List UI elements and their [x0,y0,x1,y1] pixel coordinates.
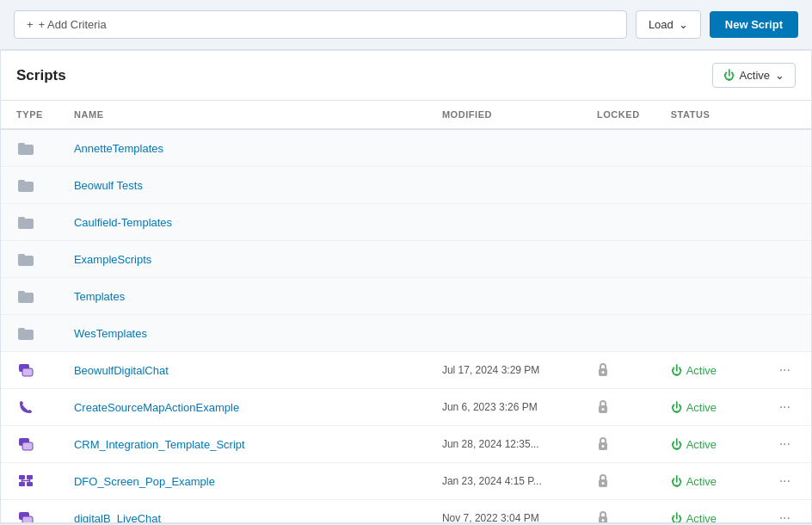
row-name-link[interactable]: WesTemplates [74,327,147,340]
table-row[interactable]: WesTemplates [1,315,811,352]
table-row[interactable]: Caulfield-Templates [1,204,811,241]
row-locked [581,352,655,389]
row-name-link[interactable]: Caulfield-Templates [74,216,172,229]
row-name-link[interactable]: AnnetteTemplates [74,142,163,155]
row-name-link[interactable]: DFO_Screen_Pop_Example [74,475,215,488]
row-status: ⏻Active [655,389,759,426]
row-name-link[interactable]: digitalB_LiveChat [74,512,161,523]
row-actions [759,129,811,167]
table-row[interactable]: Beowulf Tests [1,167,811,204]
row-locked [581,129,655,167]
active-filter-label: Active [740,69,770,82]
row-type-icon [1,167,58,204]
row-locked [581,204,655,241]
svg-rect-5 [18,217,25,220]
status-power-icon: ⏻ [671,401,682,414]
load-button[interactable]: Load ⌄ [636,10,701,39]
col-header-modified: MODIFIED [427,101,581,129]
top-bar: + + Add Criteria Load ⌄ New Script [0,0,812,50]
svg-rect-14 [22,368,33,376]
chevron-down-icon: ⌄ [679,18,688,31]
row-locked [581,315,655,352]
row-name[interactable]: Caulfield-Templates [58,204,427,241]
svg-rect-7 [18,254,25,257]
add-criteria-button[interactable]: + + Add Criteria [14,10,627,39]
row-status [655,278,759,315]
row-name-link[interactable]: Beowulf Tests [74,179,143,192]
col-header-status: STATUS [655,101,759,129]
folder-icon [16,139,35,158]
row-name-link[interactable]: BeowulfDigitalChat [74,364,169,377]
row-status [655,129,759,167]
ellipsis-button[interactable]: ··· [774,398,796,417]
folder-icon [16,176,35,195]
status-label: Active [686,512,717,523]
row-name[interactable]: ExampleScripts [58,241,427,278]
row-name[interactable]: DFO_Screen_Pop_Example [58,463,427,500]
row-locked [581,241,655,278]
svg-rect-24 [19,475,25,479]
chevron-down-icon: ⌄ [775,69,784,82]
row-modified [427,241,581,278]
chat-icon [16,435,35,454]
row-type-icon [1,463,58,500]
svg-rect-11 [18,328,25,331]
row-name[interactable]: AnnetteTemplates [58,129,427,167]
row-actions [759,278,811,315]
row-name[interactable]: CreateSourceMapActionExample [58,389,427,426]
row-modified: Jun 6, 2023 3:26 PM [427,389,581,426]
svg-point-37 [601,519,604,522]
status-badge: ⏻Active [671,475,717,488]
table-wrapper: TYPE NAME MODIFIED LOCKED STATUS Annette… [1,101,811,522]
lock-icon [597,364,609,379]
row-status: ⏻Active [655,426,759,463]
row-actions [759,315,811,352]
ellipsis-button[interactable]: ··· [774,509,796,522]
table-row[interactable]: Templates [1,278,811,315]
svg-point-18 [601,408,604,411]
row-modified [427,278,581,315]
table-row[interactable]: CRM_Integration_Template_ScriptJun 28, 2… [1,426,811,463]
status-power-icon: ⏻ [671,364,682,377]
row-type-icon [1,204,58,241]
svg-point-23 [601,445,604,448]
status-label: Active [686,475,717,488]
row-actions[interactable]: ··· [759,463,811,500]
row-name[interactable]: Beowulf Tests [58,167,427,204]
new-script-label: New Script [725,18,783,31]
row-actions[interactable]: ··· [759,389,811,426]
row-name[interactable]: digitalB_LiveChat [58,500,427,523]
table-row[interactable]: DFO_Screen_Pop_ExampleJan 23, 2024 4:15 … [1,463,811,500]
row-name-link[interactable]: ExampleScripts [74,253,151,266]
new-script-button[interactable]: New Script [710,11,798,38]
table-row[interactable]: BeowulfDigitalChatJul 17, 2024 3:29 PM ⏻… [1,352,811,389]
ellipsis-button[interactable]: ··· [774,361,796,380]
table-row[interactable]: CreateSourceMapActionExampleJun 6, 2023 … [1,389,811,426]
row-name-link[interactable]: CRM_Integration_Template_Script [74,438,245,451]
row-name[interactable]: WesTemplates [58,315,427,352]
lock-icon [597,401,609,416]
ellipsis-button[interactable]: ··· [774,472,796,491]
svg-rect-27 [27,482,33,486]
scripts-title: Scripts [16,67,66,84]
scripts-header: Scripts ⏻ Active ⌄ [1,51,811,101]
row-name[interactable]: Templates [58,278,427,315]
active-filter-button[interactable]: ⏻ Active ⌄ [712,63,796,88]
row-name-link[interactable]: CreateSourceMapActionExample [74,401,239,414]
row-actions[interactable]: ··· [759,352,811,389]
table-row[interactable]: ExampleScripts [1,241,811,278]
row-actions[interactable]: ··· [759,500,811,523]
row-name[interactable]: CRM_Integration_Template_Script [58,426,427,463]
row-name[interactable]: BeowulfDigitalChat [58,352,427,389]
lock-icon [597,512,609,523]
row-locked [581,389,655,426]
row-type-icon [1,426,58,463]
col-header-type: TYPE [1,101,58,129]
table-row[interactable]: digitalB_LiveChatNov 7, 2022 3:04 PM ⏻Ac… [1,500,811,523]
ellipsis-button[interactable]: ··· [774,435,796,454]
table-row[interactable]: AnnetteTemplates [1,129,811,167]
row-type-icon [1,389,58,426]
row-actions[interactable]: ··· [759,426,811,463]
row-type-icon [1,278,58,315]
row-name-link[interactable]: Templates [74,290,125,303]
